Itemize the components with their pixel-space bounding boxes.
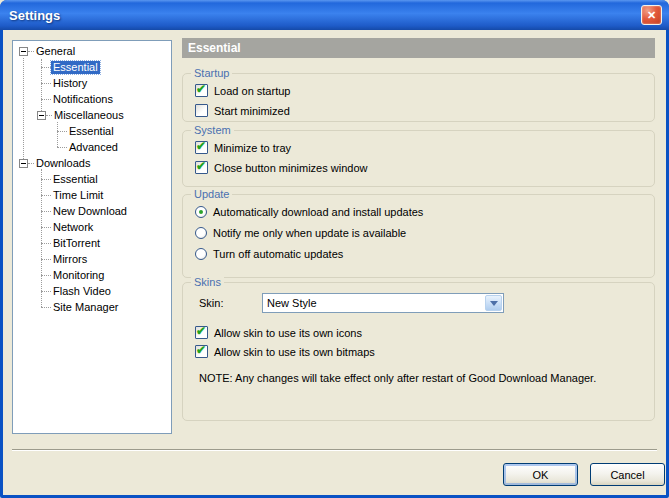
dialog-body: General Essential History Notifications … [3, 30, 666, 495]
tree-item-essential[interactable]: Essential [13, 59, 171, 75]
tree-item-new-download[interactable]: New Download [13, 203, 171, 219]
minus-icon[interactable] [37, 111, 46, 120]
update-group: Update Automatically download and instal… [182, 194, 655, 278]
minus-icon[interactable] [19, 159, 28, 168]
tree-item-site-manager[interactable]: Site Manager [13, 299, 171, 315]
checkmark-icon: ✔ [196, 82, 206, 96]
restart-note: NOTE: Any changes will take effect only … [199, 371, 629, 386]
page-title: Essential [182, 38, 655, 58]
skin-bitmaps-label[interactable]: Allow skin to use its own bitmaps [214, 346, 375, 358]
checkmark-icon: ✔ [196, 343, 206, 357]
combobox-dropdown-button[interactable] [485, 295, 502, 311]
tree-item-time-limit[interactable]: Time Limit [13, 187, 171, 203]
minimize-to-tray-label[interactable]: Minimize to tray [214, 142, 291, 154]
tree-item-network[interactable]: Network [13, 219, 171, 235]
startup-group: Startup ✔ Load on startup Start minimize… [182, 73, 655, 122]
tree-item-miscellaneous[interactable]: Miscellaneous [13, 107, 171, 123]
close-minimizes-row: ✔ Close button minimizes window [195, 161, 654, 174]
notify-update-label[interactable]: Notify me only when update is available [213, 227, 406, 239]
footer-separator [12, 449, 657, 451]
settings-window: Settings ✕ General Essential History [0, 0, 669, 498]
no-update-label[interactable]: Turn off automatic updates [213, 248, 343, 260]
tree-item-misc-essential[interactable]: Essential [13, 123, 171, 139]
no-update-radio[interactable] [195, 248, 207, 260]
tree-item-bittorrent[interactable]: BitTorrent [13, 235, 171, 251]
skin-combobox-value: New Style [267, 297, 317, 309]
no-update-row: Turn off automatic updates [195, 248, 654, 260]
update-group-label: Update [191, 187, 232, 201]
close-minimizes-checkbox[interactable]: ✔ [195, 161, 208, 174]
load-on-startup-checkbox[interactable]: ✔ [195, 84, 208, 97]
start-minimized-checkbox[interactable] [195, 104, 208, 117]
startup-group-label: Startup [191, 66, 232, 80]
auto-update-radio[interactable] [195, 206, 207, 218]
skin-icons-checkbox[interactable]: ✔ [195, 326, 208, 339]
tree-item-mirrors[interactable]: Mirrors [13, 251, 171, 267]
notify-update-row: Notify me only when update is available [195, 227, 654, 239]
close-button[interactable]: ✕ [641, 5, 662, 25]
system-group-label: System [191, 123, 234, 137]
tree-item-notifications[interactable]: Notifications [13, 91, 171, 107]
start-minimized-row: Start minimized [195, 104, 654, 117]
cancel-button[interactable]: Cancel [590, 463, 665, 486]
skin-label: Skin: [199, 297, 262, 309]
load-on-startup-label[interactable]: Load on startup [214, 85, 290, 97]
start-minimized-label[interactable]: Start minimized [214, 105, 290, 117]
auto-update-row: Automatically download and install updat… [195, 206, 654, 218]
load-on-startup-row: ✔ Load on startup [195, 84, 654, 97]
notify-update-radio[interactable] [195, 227, 207, 239]
system-group: System ✔ Minimize to tray ✔ Close button… [182, 130, 655, 187]
minimize-to-tray-row: ✔ Minimize to tray [195, 141, 654, 154]
skin-bitmaps-row: ✔ Allow skin to use its own bitmaps [195, 345, 654, 358]
chevron-down-icon [490, 301, 498, 306]
ok-button[interactable]: OK [503, 463, 578, 486]
checkmark-icon: ✔ [196, 139, 206, 153]
tree-item-misc-advanced[interactable]: Advanced [13, 139, 171, 155]
checkmark-icon: ✔ [196, 324, 206, 338]
auto-update-label[interactable]: Automatically download and install updat… [213, 206, 423, 218]
minimize-to-tray-checkbox[interactable]: ✔ [195, 141, 208, 154]
close-icon: ✕ [647, 9, 656, 21]
skin-combobox[interactable]: New Style [262, 293, 504, 313]
radio-dot-icon [199, 210, 203, 214]
skin-bitmaps-checkbox[interactable]: ✔ [195, 345, 208, 358]
tree-item-general[interactable]: General [13, 43, 171, 59]
skin-icons-label[interactable]: Allow skin to use its own icons [214, 327, 362, 339]
window-title: Settings [0, 8, 60, 23]
skins-group-label: Skins [191, 275, 224, 289]
settings-tree: General Essential History Notifications … [12, 40, 172, 434]
titlebar: Settings ✕ [0, 0, 669, 30]
tree-item-dl-essential[interactable]: Essential [13, 171, 171, 187]
tree-item-monitoring[interactable]: Monitoring [13, 267, 171, 283]
tree-item-history[interactable]: History [13, 75, 171, 91]
skin-icons-row: ✔ Allow skin to use its own icons [195, 326, 654, 339]
minus-icon[interactable] [19, 47, 28, 56]
skins-group: Skins Skin: New Style ✔ Allow skin to us… [182, 282, 655, 421]
tree-item-flash-video[interactable]: Flash Video [13, 283, 171, 299]
skin-select-row: Skin: New Style [199, 293, 654, 313]
checkmark-icon: ✔ [196, 159, 206, 173]
tree-item-downloads[interactable]: Downloads [13, 155, 171, 171]
close-minimizes-label[interactable]: Close button minimizes window [214, 162, 367, 174]
